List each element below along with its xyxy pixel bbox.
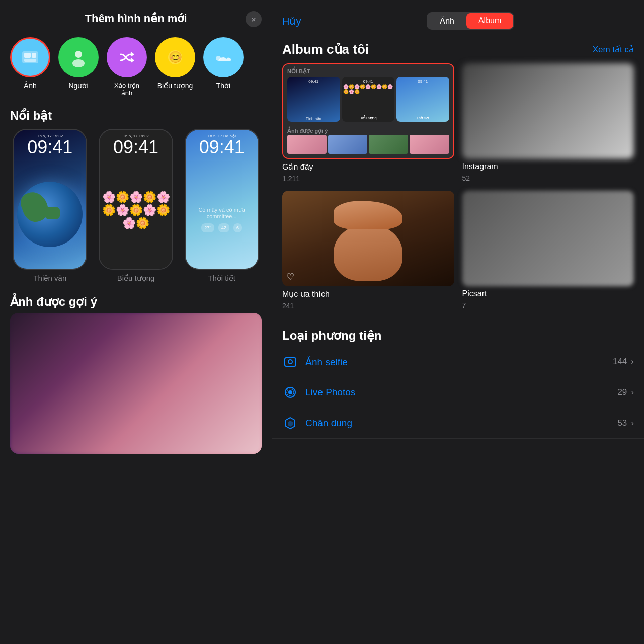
- album-card-picsart[interactable]: Picsart 7: [462, 191, 634, 310]
- time-bar-weather: Th 5, 17 Hà Nội 09:41: [186, 130, 258, 158]
- category-label-bieutung: Biểu tượng: [157, 82, 193, 90]
- mini-weather-screen: 09:41: [396, 77, 449, 122]
- svg-point-13: [288, 390, 292, 394]
- featured-card-bieutung[interactable]: Th 5, 17 19:32 09:41 🌸 🌼 🌸 🌼 🌸 🌼 🌸 🌼 🌸: [96, 129, 176, 283]
- featured-card-thienvan[interactable]: Th 5, 17 19:32 09:41 Thiên văn: [10, 129, 90, 283]
- svg-point-5: [72, 59, 85, 67]
- media-type-row-selfie[interactable]: Ảnh selfie 144 ›: [272, 347, 644, 377]
- phone-mockup-thoitiet: Th 5, 17 Hà Nội 09:41 Có mây và có mưaco…: [185, 129, 259, 270]
- media-type-title: Loại phương tiện: [272, 323, 644, 347]
- earth-screen: Th 5, 17 19:32 09:41: [14, 130, 86, 269]
- my-albums-title: Album của tôi: [282, 42, 369, 57]
- category-item-thoi[interactable]: Thời: [203, 37, 244, 97]
- category-icon-thoi: [203, 37, 244, 77]
- album-count-instagram: 52: [462, 174, 634, 182]
- divider-1: [282, 320, 634, 320]
- album-card-favorites[interactable]: ♡ Mục ưa thích 241: [282, 191, 454, 310]
- earth-visual: [17, 182, 83, 247]
- flower-10: 🌼: [156, 204, 170, 217]
- card-label-thoitiet: Thời tiết: [208, 274, 235, 283]
- mini-phone-weather: 09:41 Thời tiết: [396, 77, 449, 122]
- suggested-bg: [10, 313, 262, 454]
- svg-rect-2: [32, 53, 36, 58]
- weather-num2: 6: [233, 223, 242, 232]
- suggested-sub-label: Ảnh được gợi ý: [287, 128, 328, 134]
- close-button[interactable]: ×: [246, 11, 262, 27]
- mini-label-bieutung: Biểu tượng: [342, 116, 395, 120]
- sug-mini-1: [287, 135, 327, 154]
- time-earth: 09:41: [19, 138, 81, 156]
- category-item-nguoi[interactable]: Người: [58, 37, 99, 97]
- mini-time-weather: 09:41: [396, 79, 449, 84]
- mini-label-thienvan: Thiên văn: [287, 117, 340, 120]
- card-label-thienvan: Thiên văn: [33, 274, 66, 282]
- album-card-noibat[interactable]: Nổi bật 09:41 Thiên văn 09:41: [282, 63, 454, 183]
- category-label-xaotron: Xáo trộn ảnh: [114, 82, 139, 97]
- category-item-bieutung[interactable]: 😊 Biểu tượng: [155, 37, 195, 97]
- svg-rect-3: [24, 59, 36, 62]
- cancel-button[interactable]: Hủy: [282, 15, 301, 27]
- portrait-chevron: ›: [631, 418, 634, 428]
- category-icon-bieutung: 😊: [155, 37, 195, 77]
- time-bar-flowers: Th 5, 17 19:32 09:41: [100, 130, 172, 158]
- card-label-bieutung: Biểu tượng: [117, 274, 155, 283]
- left-header-title: Thêm hình nền mới: [85, 12, 187, 25]
- featured-card-thoitiet[interactable]: Th 5, 17 Hà Nội 09:41 Có mây và có mưaco…: [182, 129, 262, 283]
- album-name-picsart: Picsart: [462, 289, 634, 298]
- category-item-anh[interactable]: Ảnh: [10, 37, 50, 97]
- suggested-section-title: Ảnh được gợi ý: [0, 287, 272, 313]
- flower-1: 🌸: [102, 191, 116, 204]
- flower-7: 🌸: [116, 204, 129, 217]
- mini-earth-screen: 09:41: [287, 77, 340, 122]
- seg-option-anh[interactable]: Ảnh: [428, 13, 466, 29]
- phone-mockup-thienvan: Th 5, 17 19:32 09:41: [13, 129, 87, 270]
- albums-grid: Nổi bật 09:41 Thiên văn 09:41: [272, 63, 644, 318]
- right-header: Hủy Ảnh Album: [272, 0, 644, 38]
- album-name-instagram: Instagram: [462, 162, 634, 171]
- phone-mockup-bieutung: Th 5, 17 19:32 09:41 🌸 🌼 🌸 🌼 🌸 🌼 🌸 🌼 🌸: [99, 129, 173, 270]
- featured-sub-label: Nổi bật: [287, 68, 449, 75]
- category-label-thoi: Thời: [216, 82, 230, 90]
- album-count-picsart: 7: [462, 301, 634, 309]
- svg-point-10: [288, 360, 292, 364]
- svg-rect-1: [24, 53, 31, 58]
- svg-rect-11: [288, 357, 292, 358]
- portrait-count: 53: [617, 418, 627, 428]
- seg-option-album[interactable]: Album: [466, 13, 513, 29]
- see-all-link[interactable]: Xem tất cả: [593, 44, 634, 55]
- categories-row: Ảnh Người Xáo trộn ảnh: [0, 33, 272, 105]
- category-item-xaotron[interactable]: Xáo trộn ảnh: [107, 37, 147, 97]
- media-type-row-chandung[interactable]: Chân dung 53 ›: [272, 408, 644, 439]
- album-count-favorites: 241: [282, 302, 454, 310]
- category-icon-anh: [10, 37, 50, 77]
- flower-row: 🌸 🌼 🌸 🌼 🌸 🌼 🌸 🌼 🌸 🌼 🌸 🌼: [100, 169, 172, 230]
- flower-5: 🌸: [156, 191, 170, 204]
- category-label-nguoi: Người: [68, 82, 88, 90]
- earth-land-2: [45, 207, 60, 219]
- mini-label-thoitiet: Thời tiết: [396, 116, 449, 120]
- live-chevron: ›: [631, 387, 634, 397]
- flower-2: 🌼: [116, 191, 129, 204]
- left-panel: Thêm hình nền mới × Ảnh: [0, 0, 272, 644]
- my-albums-header: Album của tôi Xem tất cả: [272, 38, 644, 63]
- mini-time-flowers: 09:41: [342, 79, 395, 84]
- category-icon-nguoi: [58, 37, 99, 77]
- live-name: Live Photos: [305, 387, 617, 398]
- svg-point-4: [75, 51, 82, 58]
- weather-temp: 27°: [201, 223, 214, 232]
- album-card-instagram[interactable]: Instagram 52: [462, 63, 634, 183]
- portrait-name: Chân dung: [305, 418, 617, 429]
- segment-control: Ảnh Album: [427, 12, 514, 30]
- right-panel: Hủy Ảnh Album Album của tôi Xem tất cả N…: [272, 0, 644, 644]
- media-type-row-live[interactable]: Live Photos 29 ›: [272, 377, 644, 408]
- weather-num: 42: [218, 223, 229, 232]
- mini-time-earth: 09:41: [287, 79, 340, 84]
- album-thumb-favorites: ♡: [282, 191, 454, 286]
- mini-flowers-screen: 09:41 🌸🌼🌸🌼🌸🌼🌸🌼🌸🌼🌸🌼: [342, 77, 395, 122]
- album-thumb-noibat: Nổi bật 09:41 Thiên văn 09:41: [282, 63, 454, 159]
- svg-text:😊: 😊: [169, 50, 183, 64]
- svg-rect-9: [285, 358, 296, 366]
- time-flowers: 09:41: [105, 138, 167, 156]
- weather-desc: Có mây và có mưacommittee...: [198, 207, 245, 219]
- fav-heart-icon: ♡: [286, 271, 294, 282]
